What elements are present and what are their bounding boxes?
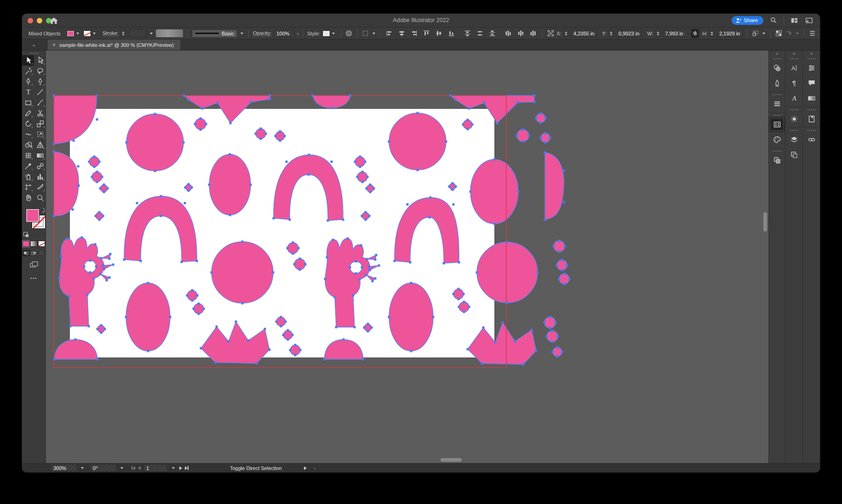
- tool-free-transform[interactable]: [34, 129, 46, 140]
- vertical-scroll-thumb[interactable]: [763, 212, 767, 232]
- tool-column-graph[interactable]: [34, 171, 46, 182]
- stroke-color-swatch[interactable]: [83, 29, 97, 37]
- draw-normal-icon[interactable]: [23, 250, 30, 256]
- align-h-center-icon[interactable]: [397, 29, 407, 38]
- tool-type[interactable]: T: [22, 87, 34, 97]
- pattern-shape[interactable]: [544, 317, 556, 328]
- tool-line-segment[interactable]: [34, 87, 46, 97]
- gradient-button[interactable]: [30, 241, 37, 247]
- pattern-shape[interactable]: [357, 172, 367, 182]
- distribute-right-icon[interactable]: [529, 29, 538, 38]
- share-button[interactable]: Share: [732, 16, 763, 25]
- pattern-shape[interactable]: [517, 130, 529, 142]
- pattern-shape[interactable]: [126, 283, 170, 351]
- swap-fill-stroke-icon[interactable]: ⤸: [42, 208, 45, 213]
- panel-tab-glyphs[interactable]: A: [785, 91, 802, 106]
- color-button[interactable]: [23, 241, 29, 247]
- rotation-field[interactable]: 0°: [90, 464, 117, 472]
- distribute-h-center-icon[interactable]: [516, 29, 526, 38]
- pattern-artwork[interactable]: [46, 51, 768, 463]
- document-tab[interactable]: × sample-file-white-ink.ai* @ 300 % (CMY…: [48, 40, 180, 50]
- pattern-shape[interactable]: [92, 172, 102, 182]
- panel-group-drag-handle[interactable]: [808, 58, 816, 59]
- constrain-proportions-link-icon[interactable]: [691, 29, 699, 38]
- tool-blend[interactable]: [34, 161, 46, 171]
- isolate-caret[interactable]: [795, 29, 800, 37]
- status-back-chevron[interactable]: ‹: [314, 465, 316, 471]
- pattern-shape[interactable]: [453, 289, 464, 299]
- w-stepper[interactable]: [656, 29, 660, 37]
- horizontal-scrollbar[interactable]: [49, 458, 762, 462]
- x-stepper[interactable]: [564, 29, 568, 37]
- tool-pencil[interactable]: [22, 108, 34, 119]
- artboard-number-field[interactable]: 1: [143, 464, 167, 472]
- panel-tab-color[interactable]: [785, 111, 802, 126]
- vertical-scrollbar[interactable]: [763, 53, 768, 457]
- artboard-caret[interactable]: [170, 464, 177, 472]
- panel-tab-links[interactable]: [803, 132, 820, 147]
- h-field[interactable]: 2,1929 in: [716, 29, 743, 37]
- panel-tab-libraries[interactable]: [803, 111, 820, 126]
- workspace-switcher-icon[interactable]: [804, 16, 813, 25]
- distribute-top-icon[interactable]: [463, 29, 472, 38]
- pattern-shape[interactable]: [459, 302, 469, 312]
- shape-modes-icon[interactable]: [775, 29, 783, 38]
- panel-group-drag-handle[interactable]: [773, 115, 781, 116]
- panel-tab-comments[interactable]: [803, 75, 820, 91]
- zoom-level-field[interactable]: 300%: [51, 464, 77, 472]
- pattern-shape[interactable]: [212, 242, 273, 303]
- tab-close-icon[interactable]: ×: [52, 42, 56, 48]
- edit-toolbar-ellipsis[interactable]: •••: [22, 276, 46, 281]
- tool-shape-builder[interactable]: [22, 140, 34, 150]
- distribute-bottom-icon[interactable]: [488, 29, 497, 38]
- toolbar-drag-handle[interactable]: [29, 53, 39, 54]
- pattern-shape[interactable]: [290, 345, 300, 355]
- pattern-shape[interactable]: [194, 304, 204, 314]
- panel-collapse-chevrons[interactable]: «: [810, 51, 813, 57]
- tool-perspective-grid[interactable]: [34, 140, 46, 150]
- x-field[interactable]: 4,2355 in: [571, 29, 597, 37]
- horizontal-scroll-thumb[interactable]: [441, 458, 462, 462]
- pattern-shape[interactable]: [126, 114, 183, 171]
- y-field[interactable]: 0,9923 in: [616, 29, 642, 37]
- distribute-v-center-icon[interactable]: [475, 29, 485, 38]
- panel-tab-layers[interactable]: [785, 132, 802, 147]
- y-stepper[interactable]: [609, 29, 613, 37]
- panel-menu-list-icon[interactable]: [808, 29, 816, 38]
- change-screen-mode-icon[interactable]: [29, 260, 39, 271]
- stroke-weight-label[interactable]: Stroke:: [103, 30, 119, 36]
- align-top-icon[interactable]: [422, 29, 431, 38]
- tool-lasso[interactable]: [34, 66, 46, 76]
- transform-options-icon[interactable]: [751, 29, 759, 38]
- arrange-documents-icon[interactable]: [790, 16, 799, 25]
- pattern-shape[interactable]: [294, 259, 305, 270]
- pattern-shape[interactable]: [283, 330, 292, 340]
- panel-tab-paragraph[interactable]: ¶: [785, 75, 802, 91]
- pattern-shape[interactable]: [209, 154, 251, 215]
- panel-tab-properties[interactable]: [803, 60, 820, 75]
- stroke-weight-field[interactable]: [128, 29, 147, 37]
- pattern-shape[interactable]: [559, 274, 569, 284]
- align-v-center-icon[interactable]: [435, 29, 444, 38]
- panel-group-drag-handle[interactable]: [790, 109, 798, 110]
- tool-artboard[interactable]: [22, 182, 34, 193]
- stroke-weight-stepper[interactable]: [121, 29, 126, 37]
- panel-group-drag-handle[interactable]: [773, 94, 781, 95]
- tool-hand[interactable]: [22, 193, 34, 203]
- tool-scale[interactable]: [34, 119, 46, 129]
- panel-group-drag-handle[interactable]: [773, 151, 781, 152]
- distribute-left-icon[interactable]: [504, 29, 513, 38]
- tool-direct-selection[interactable]: [34, 55, 46, 66]
- fill-indicator[interactable]: [26, 209, 40, 222]
- pattern-shape[interactable]: [276, 317, 286, 326]
- panel-tab-brushes[interactable]: [769, 75, 785, 91]
- document-setup-globe-icon[interactable]: [345, 29, 353, 38]
- tool-width-tool[interactable]: [22, 129, 34, 140]
- next-artboard-icon[interactable]: [179, 465, 182, 471]
- pattern-shape[interactable]: [553, 347, 562, 357]
- tool-curvature[interactable]: [34, 76, 46, 87]
- align-right-icon[interactable]: [410, 29, 419, 38]
- pattern-shape[interactable]: [389, 283, 433, 351]
- pattern-shape[interactable]: [557, 260, 567, 270]
- tool-pen[interactable]: [22, 76, 34, 87]
